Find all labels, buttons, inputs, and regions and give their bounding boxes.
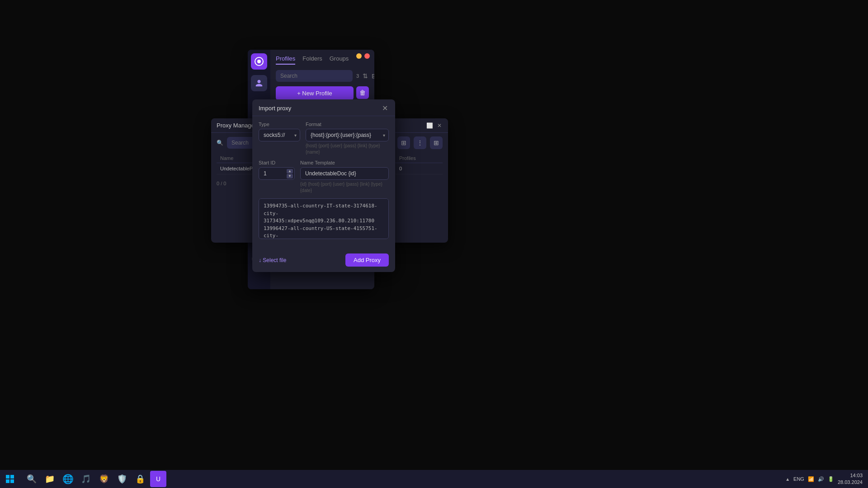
minimize-button[interactable]: — (356, 53, 362, 59)
start-id-input-wrapper: ▲ ▼ (259, 167, 295, 180)
taskbar-brave-icon[interactable]: 🦁 (96, 471, 112, 487)
taskbar-antivirus-icon[interactable]: 🛡️ (114, 471, 130, 487)
name-template-input[interactable]: UndetectableDoc {id} (300, 167, 389, 180)
start-id-field: Start ID ▲ ▼ (259, 160, 295, 194)
svg-rect-5 (10, 479, 14, 483)
profiles-window-controls: — ✕ (352, 50, 374, 62)
col-prof: Profiles (399, 155, 439, 161)
app-logo (251, 53, 267, 70)
tab-folders[interactable]: Folders (302, 55, 322, 65)
type-label: Type (259, 122, 300, 127)
taskbar-malwarebytes-icon[interactable]: 🔒 (132, 471, 148, 487)
type-format-row: Type socks5:// http:// https:// Format {… (259, 122, 389, 155)
taskbar-time: 14:03 28.03.2024 (838, 472, 863, 486)
number-spinners: ▲ ▼ (287, 169, 293, 178)
type-select-wrapper: socks5:// http:// https:// (259, 129, 300, 141)
sidebar-item-profiles[interactable] (251, 75, 267, 91)
profiles-search-input[interactable] (276, 70, 353, 82)
start-id-label: Start ID (259, 160, 295, 165)
filter-icon[interactable]: ⊟ (372, 72, 374, 80)
taskbar-files-icon[interactable]: 📁 (42, 471, 58, 487)
format-field: Format {host}:{port}:{user}:{pass} {host… (306, 122, 389, 155)
type-field: Type socks5:// http:// https:// (259, 122, 300, 155)
proxy-add-icon[interactable]: ⊞ (397, 136, 410, 149)
dialog-footer: ↓ Select file Add Proxy (252, 250, 395, 272)
svg-rect-4 (6, 479, 9, 483)
sort-icon[interactable]: ⇅ (363, 72, 368, 80)
new-profile-button[interactable]: + New Profile (276, 86, 354, 100)
startid-template-row: Start ID ▲ ▼ Name Template UndetectableD… (259, 160, 389, 194)
format-select-wrapper: {host}:{port}:{user}:{pass} (306, 129, 389, 141)
proxy-more-icon[interactable]: ⋮ (414, 136, 426, 149)
proxy-minimize-btn[interactable]: ⬜ (426, 122, 433, 129)
taskbar-icons: 🔍 📁 🌐 🎵 🦁 🛡️ 🔒 U (20, 471, 780, 487)
spinner-up[interactable]: ▲ (287, 169, 293, 174)
svg-rect-3 (10, 475, 14, 479)
tab-groups[interactable]: Groups (330, 55, 349, 65)
name-template-field: Name Template UndetectableDoc {id} {id} … (300, 160, 389, 194)
search-count: 3 (356, 73, 359, 79)
volume-icon: 🔊 (818, 476, 824, 482)
taskbar-chrome-icon[interactable]: 🌐 (60, 471, 76, 487)
import-proxy-dialog: Import proxy ✕ Type socks5:// http:// ht… (252, 99, 395, 272)
spinner-down[interactable]: ▼ (287, 174, 293, 178)
battery-icon: 🔋 (828, 476, 834, 482)
dialog-title: Import proxy (259, 105, 291, 112)
taskbar-spotify-icon[interactable]: 🎵 (78, 471, 94, 487)
name-template-label: Name Template (300, 160, 389, 165)
delete-button[interactable]: 🗑 (356, 86, 369, 99)
proxy-window-controls: ⬜ ✕ (426, 122, 443, 129)
taskbar-tray: ▲ ENG 📶 🔊 🔋 14:03 28.03.2024 (780, 472, 868, 486)
proxy-data-textarea[interactable]: 13994735-all-country-IT-state-3174618-ci… (259, 198, 389, 239)
proxy-window-title: Proxy Manager (217, 122, 256, 129)
format-select[interactable]: {host}:{port}:{user}:{pass} (306, 129, 389, 141)
proxy-row-profiles: 0 (399, 166, 439, 171)
proxy-search-icon: 🔍 (217, 140, 223, 146)
lang-indicator: ENG (793, 476, 804, 482)
start-button[interactable] (0, 470, 20, 488)
dialog-body: Type socks5:// http:// https:// Format {… (252, 116, 395, 250)
taskbar-search-icon[interactable]: 🔍 (24, 471, 40, 487)
format-hint: {host} {port} {user} {pass} {link} {type… (306, 143, 389, 155)
proxy-close-btn[interactable]: ✕ (436, 122, 443, 129)
format-label: Format (306, 122, 389, 127)
dialog-titlebar: Import proxy ✕ (252, 99, 395, 116)
add-proxy-button[interactable]: Add Proxy (345, 253, 389, 267)
taskbar-app-icon[interactable]: U (150, 471, 166, 487)
svg-rect-2 (6, 475, 9, 479)
select-file-button[interactable]: ↓ Select file (259, 257, 286, 263)
svg-point-1 (257, 60, 261, 63)
proxy-toolbar: ⊞ ⋮ ⊞ (397, 136, 443, 149)
type-select[interactable]: socks5:// http:// https:// (259, 129, 300, 141)
network-icon: 📶 (808, 476, 814, 482)
tab-profiles[interactable]: Profiles (276, 55, 295, 65)
proxy-grid-icon[interactable]: ⊞ (430, 136, 443, 149)
taskbar: 🔍 📁 🌐 🎵 🦁 🛡️ 🔒 U ▲ ENG 📶 🔊 🔋 14:03 28.03… (0, 470, 868, 488)
date-display: 28.03.2024 (838, 479, 863, 486)
time-display: 14:03 (838, 472, 863, 479)
profiles-search-row: 3 ⇅ ⊟ (276, 70, 369, 82)
name-template-hint: {id} {host} {port} {user} {pass} {link} … (300, 181, 389, 194)
tray-expand-icon[interactable]: ▲ (785, 477, 790, 482)
close-button[interactable]: ✕ (364, 53, 370, 59)
dialog-close-button[interactable]: ✕ (381, 104, 389, 112)
